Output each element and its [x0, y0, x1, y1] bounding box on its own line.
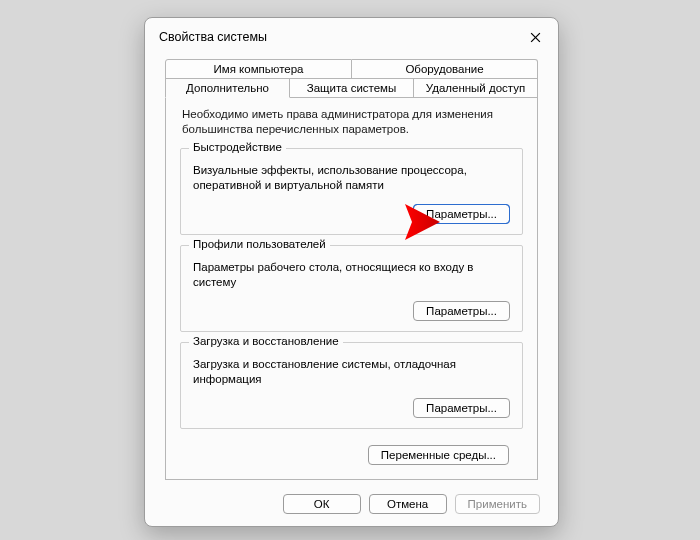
tab-hardware[interactable]: Оборудование: [352, 59, 538, 79]
tab-computer-name[interactable]: Имя компьютера: [165, 59, 352, 79]
group-profiles-title: Профили пользователей: [189, 238, 330, 250]
dialog-body: Имя компьютера Оборудование Дополнительн…: [145, 51, 558, 484]
group-profiles-desc: Параметры рабочего стола, относящиеся ко…: [193, 260, 510, 291]
environment-variables-button[interactable]: Переменные среды...: [368, 445, 509, 465]
tab-protection[interactable]: Защита системы: [290, 78, 414, 98]
performance-settings-button[interactable]: Параметры...: [413, 204, 510, 224]
admin-info-text: Необходимо иметь права администратора дл…: [180, 107, 523, 138]
tab-panel-advanced: Необходимо иметь права администратора дл…: [165, 97, 538, 480]
apply-button[interactable]: Применить: [455, 494, 540, 514]
group-performance-desc: Визуальные эффекты, использование процес…: [193, 163, 510, 194]
group-startup: Загрузка и восстановление Загрузка и вос…: [180, 342, 523, 429]
tab-remote[interactable]: Удаленный доступ: [414, 78, 538, 98]
tab-advanced[interactable]: Дополнительно: [165, 78, 290, 98]
group-profiles: Профили пользователей Параметры рабочего…: [180, 245, 523, 332]
profiles-settings-button[interactable]: Параметры...: [413, 301, 510, 321]
ok-button[interactable]: ОК: [283, 494, 361, 514]
group-startup-title: Загрузка и восстановление: [189, 335, 343, 347]
cancel-button[interactable]: Отмена: [369, 494, 447, 514]
close-button[interactable]: [522, 26, 548, 48]
window-title: Свойства системы: [159, 30, 267, 44]
system-properties-dialog: Свойства системы Имя компьютера Оборудов…: [144, 17, 559, 527]
startup-settings-button[interactable]: Параметры...: [413, 398, 510, 418]
tab-strip: Имя компьютера Оборудование Дополнительн…: [165, 59, 538, 98]
group-performance: Быстродействие Визуальные эффекты, испол…: [180, 148, 523, 235]
titlebar: Свойства системы: [145, 18, 558, 51]
group-performance-title: Быстродействие: [189, 141, 286, 153]
dialog-footer: ОК Отмена Применить: [145, 484, 558, 526]
group-startup-desc: Загрузка и восстановление системы, отлад…: [193, 357, 510, 388]
close-icon: [530, 32, 541, 43]
